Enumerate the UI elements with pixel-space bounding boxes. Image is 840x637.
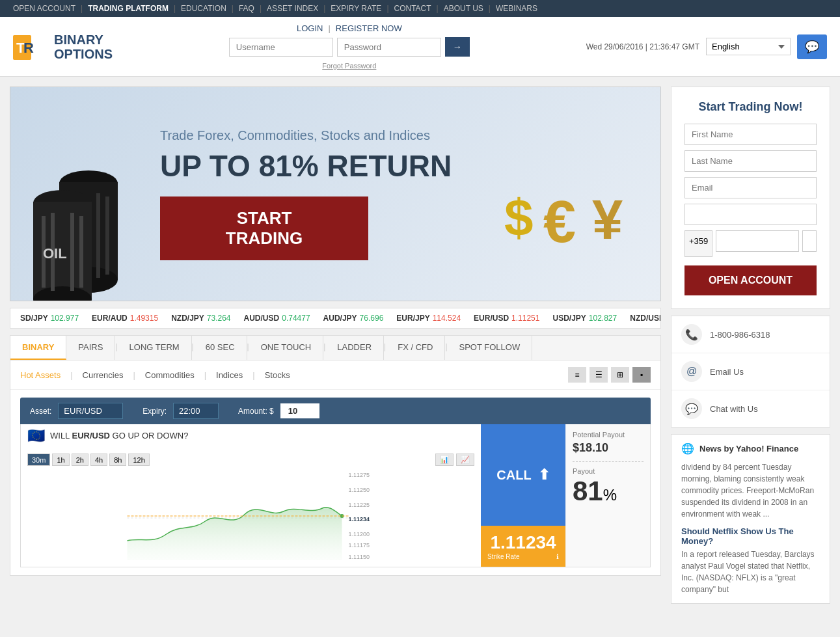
main-content: OIL Trade Forex, Commodities, Stocks and…	[0, 77, 840, 614]
phone-icon: 📞	[681, 324, 702, 345]
chat-contact-item[interactable]: 💬 Chat with Us	[671, 390, 830, 427]
nav-about-us[interactable]: ABOUT US	[444, 4, 483, 13]
start-trading-button[interactable]: START TRADING	[160, 197, 368, 260]
tab-long-term[interactable]: LONG TERM	[118, 336, 192, 360]
news-header: 🌐 News by Yahoo! Finance	[681, 442, 820, 455]
phone-country-code: +359	[684, 230, 712, 257]
phone-input[interactable]	[802, 230, 817, 252]
banner-subtitle: Trade Forex, Commodities, Stocks and Ind…	[160, 128, 641, 143]
phone-contact-item[interactable]: 📞 1-800-986-6318	[671, 316, 830, 353]
strike-rate-value: 1.11234	[487, 532, 559, 553]
tab-fx-cfd[interactable]: FX / CFD	[386, 336, 445, 360]
phone-row: +359	[684, 230, 817, 257]
call-button[interactable]: CALL ⬆	[481, 424, 565, 526]
ticker-label: EUR/USD	[474, 314, 509, 323]
first-name-input[interactable]	[684, 124, 817, 145]
nav-expiry-rate[interactable]: EXPIRY RATE	[331, 4, 381, 13]
expiry-label: Expiry:	[142, 407, 167, 416]
password-input[interactable]	[337, 38, 441, 57]
amount-value[interactable]: 10	[280, 403, 319, 418]
ticker-value: 0.74477	[282, 314, 310, 323]
hero-banner: OIL Trade Forex, Commodities, Stocks and…	[10, 87, 661, 301]
nav-sep-3: |	[232, 4, 234, 13]
chart-bar-icon[interactable]: 📊	[435, 454, 454, 466]
nav-sep-5: |	[323, 4, 325, 13]
tab-60sec[interactable]: 60 SEC	[194, 336, 247, 360]
time-4h[interactable]: 4h	[90, 454, 107, 466]
tab-ladder[interactable]: LADDER	[325, 336, 384, 360]
payout-percentage: 81%	[573, 478, 644, 505]
price-chart: 1.11275 1.11250 1.11225 1.11234 1.11200 …	[27, 469, 474, 560]
asset-hot[interactable]: Hot Assets	[20, 370, 61, 380]
forgot-password-link[interactable]: Forgot Password	[322, 62, 376, 70]
email-input[interactable]	[684, 177, 817, 198]
username-input[interactable]	[229, 38, 333, 57]
nav-contact[interactable]: CONTACT	[394, 4, 431, 13]
ticker-item-eurusd: EUR/USD 1.11251	[474, 314, 539, 323]
view-grid-icon[interactable]: ⊞	[611, 367, 629, 383]
chart-line-icon[interactable]: 📈	[456, 454, 474, 466]
news-box: 🌐 News by Yahoo! Finance dividend by 84 …	[671, 434, 830, 604]
email-icon: @	[681, 361, 702, 382]
open-account-button[interactable]: OPEN ACCOUNT	[684, 265, 817, 295]
trading-widget: Asset: Expiry: 22:00 Amount: $ 10 🇪🇺	[10, 390, 660, 575]
asset-input[interactable]	[58, 403, 123, 419]
login-link[interactable]: LOGIN	[297, 23, 323, 33]
promo-input[interactable]	[684, 204, 817, 225]
chat-button[interactable]: 💬	[797, 34, 827, 59]
phone-ext-input[interactable]	[716, 230, 799, 252]
asset-filter-bar: Hot Assets | Currencies | Commodities | …	[10, 360, 660, 390]
nav-webinars[interactable]: WEBINARS	[496, 4, 537, 13]
time-1h[interactable]: 1h	[52, 454, 69, 466]
view-card-icon[interactable]: ▪	[632, 367, 651, 383]
chat-icon: 💬	[681, 398, 702, 419]
ticker-value: 76.696	[360, 314, 384, 323]
payout-area: Potential Payout $18.10 Payout 81%	[565, 424, 650, 567]
payout-pct-value: 81	[573, 476, 603, 506]
time-2h[interactable]: 2h	[72, 454, 88, 466]
trading-tab-bar: BINARY PAIRS | LONG TERM | 60 SEC | ONE …	[10, 336, 660, 360]
nav-education[interactable]: EDUCATION	[181, 4, 226, 13]
nav-asset-index[interactable]: ASSET INDEX	[267, 4, 318, 13]
tab-pairs[interactable]: PAIRS	[66, 336, 115, 360]
ticker-item-sdjpy: SD/JPY 102.977	[20, 314, 79, 323]
nav-faq[interactable]: FAQ	[239, 4, 254, 13]
price-ticker: SD/JPY 102.977 EUR/AUD 1.49315 NZD/JPY 7…	[10, 308, 661, 329]
asset-commodities[interactable]: Commodities	[145, 370, 195, 380]
top-navigation: OPEN ACCOUNT | TRADING PLATFORM | EDUCAT…	[0, 0, 840, 17]
asset-indices[interactable]: Indices	[216, 370, 243, 380]
asset-currencies[interactable]: Currencies	[83, 370, 124, 380]
time-30m[interactable]: 30m	[27, 454, 50, 466]
asset-sep-1: |	[70, 370, 72, 380]
asset-sep-4: |	[252, 370, 254, 380]
last-name-input[interactable]	[684, 150, 817, 172]
chat-with-us-label: Chat with Us	[710, 404, 758, 414]
email-us-label: Email Us	[710, 367, 744, 377]
eu-flag: 🇪🇺	[27, 427, 45, 444]
view-list-icon[interactable]: ≡	[568, 367, 586, 383]
login-button[interactable]: →	[445, 37, 470, 57]
tab-one-touch[interactable]: ONE TOUCH	[249, 336, 324, 360]
ticker-value: 102.827	[589, 314, 617, 323]
view-compact-icon[interactable]: ☰	[589, 367, 608, 383]
ticker-item-audjpy: AUD/JPY 76.696	[323, 314, 384, 323]
widget-body: 🇪🇺 WILL EUR/USD GO UP OR DOWN? 30m 1h 2h…	[20, 424, 651, 567]
tab-binary[interactable]: BINARY	[10, 336, 66, 360]
svg-text:1.11275: 1.11275	[349, 472, 370, 478]
svg-text:1.11200: 1.11200	[349, 531, 370, 537]
asset-stocks[interactable]: Stocks	[265, 370, 290, 380]
email-contact-item[interactable]: @ Email Us	[671, 353, 830, 390]
news-icon: 🌐	[681, 442, 694, 455]
logo[interactable]: T R BINARY OPTIONS	[13, 32, 113, 61]
register-link[interactable]: REGISTER NOW	[336, 23, 402, 33]
time-button-group: 30m 1h 2h 4h 8h 12h 📊 📈	[27, 454, 474, 466]
language-selector[interactable]: English Deutsch Español	[706, 38, 791, 55]
asset-label: Asset:	[30, 407, 51, 416]
time-8h[interactable]: 8h	[109, 454, 126, 466]
logo-text-bottom: OPTIONS	[54, 47, 113, 61]
nav-open-account[interactable]: OPEN ACCOUNT	[13, 4, 75, 13]
nav-trading-platform[interactable]: TRADING PLATFORM	[88, 4, 169, 13]
time-12h[interactable]: 12h	[128, 454, 149, 466]
news-article-title[interactable]: Should Netflix Show Us The Money?	[681, 526, 820, 546]
tab-spot-follow[interactable]: SPOT FOLLOW	[448, 336, 533, 360]
